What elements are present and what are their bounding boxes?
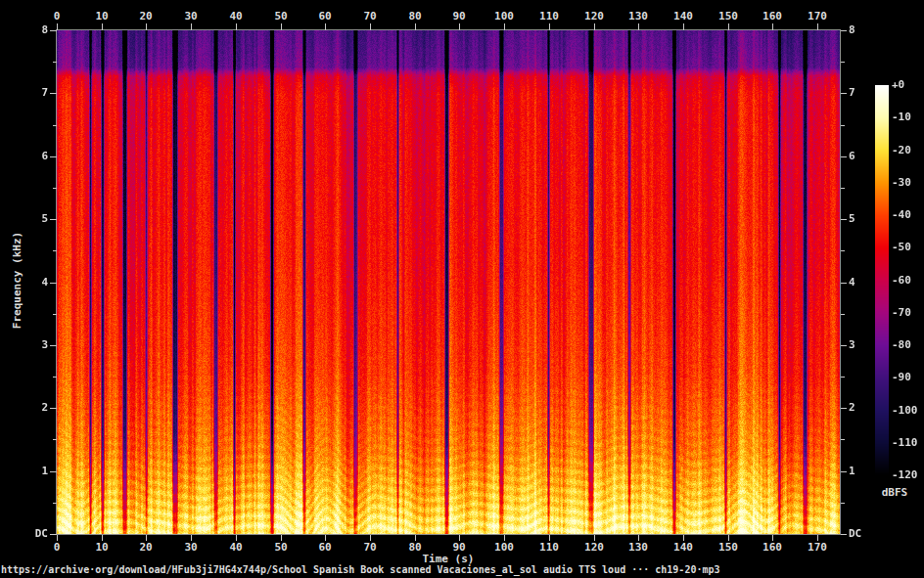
freq-tick-label: 2 (849, 402, 888, 414)
time-tick-label: 10 (82, 542, 121, 554)
time-tick-label: 20 (126, 11, 165, 22)
colorbar-tick-label: -100 (892, 405, 924, 417)
freq-tick (841, 30, 847, 31)
time-tick-label: 90 (439, 11, 479, 22)
freq-tick (50, 30, 57, 31)
freq-minor-tick (53, 377, 57, 378)
time-tick-label: 110 (530, 542, 569, 554)
time-tick-label: 160 (753, 542, 792, 554)
colorbar-tick-label: -80 (892, 339, 924, 351)
time-tick (638, 23, 639, 30)
time-tick-label: 70 (350, 542, 390, 554)
freq-tick-label: 1 (9, 466, 48, 477)
freq-tick (50, 156, 57, 157)
time-tick-label: 90 (439, 542, 479, 554)
freq-minor-tick (53, 125, 57, 126)
freq-tick-label: 3 (9, 339, 48, 351)
time-tick-label: 80 (395, 11, 435, 22)
time-tick (683, 23, 684, 30)
time-tick-label: 100 (485, 11, 524, 22)
colorbar-tick-label: -50 (892, 242, 924, 253)
time-tick (817, 23, 818, 30)
freq-tick (841, 156, 847, 157)
time-tick-label: 160 (753, 11, 792, 22)
freq-tick (50, 408, 57, 409)
colorbar-tick-label: -40 (892, 209, 924, 221)
time-tick (236, 23, 237, 30)
spectrogram-heatmap-canvas (57, 30, 840, 534)
time-tick-label: 50 (261, 11, 300, 22)
time-tick (325, 23, 326, 30)
time-tick-label: 70 (350, 11, 390, 22)
colorbar-tick-label: -90 (892, 372, 924, 383)
freq-tick (841, 408, 847, 409)
colorbar-tick-label: -30 (892, 177, 924, 189)
time-tick-label: 170 (798, 11, 837, 22)
freq-minor-tick (53, 188, 57, 189)
colorbar-tick-label: -60 (892, 275, 924, 287)
time-tick-label: 20 (126, 542, 165, 554)
freq-tick-label: 8 (849, 24, 888, 36)
time-tick-label: 110 (530, 11, 569, 22)
freq-tick-label: 4 (9, 277, 48, 289)
time-tick-label: 60 (305, 542, 345, 554)
freq-tick (841, 219, 847, 220)
freq-tick-label: 5 (9, 213, 48, 225)
freq-minor-tick (841, 188, 845, 189)
freq-minor-tick (53, 62, 57, 63)
freq-minor-tick (53, 314, 57, 315)
freq-tick (50, 283, 57, 284)
freq-tick (50, 345, 57, 346)
time-tick (191, 23, 192, 30)
freq-tick (841, 283, 847, 284)
time-tick-label: 120 (575, 11, 614, 22)
time-tick-label: 60 (305, 11, 345, 22)
colorbar-tick-label: -120 (892, 469, 924, 481)
time-tick-label: 140 (664, 11, 703, 22)
time-tick-label: 130 (619, 542, 658, 554)
time-tick (57, 23, 58, 30)
colorbar-tick-label: -10 (892, 111, 924, 123)
freq-tick (841, 93, 847, 94)
time-tick (772, 23, 773, 30)
freq-tick (841, 471, 847, 472)
time-tick (415, 23, 416, 30)
freq-minor-tick (841, 314, 845, 315)
freq-tick (50, 471, 57, 472)
time-tick (281, 23, 282, 30)
freq-minor-tick (841, 377, 845, 378)
freq-tick-label: 8 (9, 24, 48, 36)
time-tick-label: 40 (216, 11, 255, 22)
freq-tick (50, 219, 57, 220)
time-tick (146, 23, 147, 30)
time-tick-label: 150 (709, 11, 748, 22)
time-tick-label: 0 (37, 542, 76, 554)
freq-tick-label: DC (849, 528, 888, 540)
freq-tick (50, 93, 57, 94)
freq-minor-tick (841, 125, 845, 126)
freq-tick (50, 534, 57, 535)
time-tick-label: 80 (395, 542, 435, 554)
colorbar-tick-label: -20 (892, 145, 924, 156)
time-tick-label: 30 (171, 542, 210, 554)
freq-tick-label: 1 (849, 466, 888, 477)
freq-minor-tick (53, 503, 57, 504)
freq-minor-tick (53, 250, 57, 251)
time-tick (549, 23, 550, 30)
time-tick (504, 23, 505, 30)
colorbar-title: dBFS (872, 486, 917, 499)
time-tick-label: 170 (798, 542, 837, 554)
freq-tick-label: 6 (849, 151, 888, 162)
time-tick-label: 140 (664, 542, 703, 554)
freq-tick (841, 345, 847, 346)
time-tick-label: 50 (261, 542, 300, 554)
time-tick (594, 23, 595, 30)
colorbar-tick-label: +0 (892, 79, 924, 91)
freq-tick-label: 7 (849, 87, 888, 99)
time-tick-label: 30 (171, 11, 210, 22)
time-tick (102, 23, 103, 30)
freq-tick (841, 534, 847, 535)
freq-tick-label: 2 (9, 402, 48, 414)
time-tick-label: 10 (82, 11, 121, 22)
freq-tick-label: 5 (849, 213, 888, 225)
